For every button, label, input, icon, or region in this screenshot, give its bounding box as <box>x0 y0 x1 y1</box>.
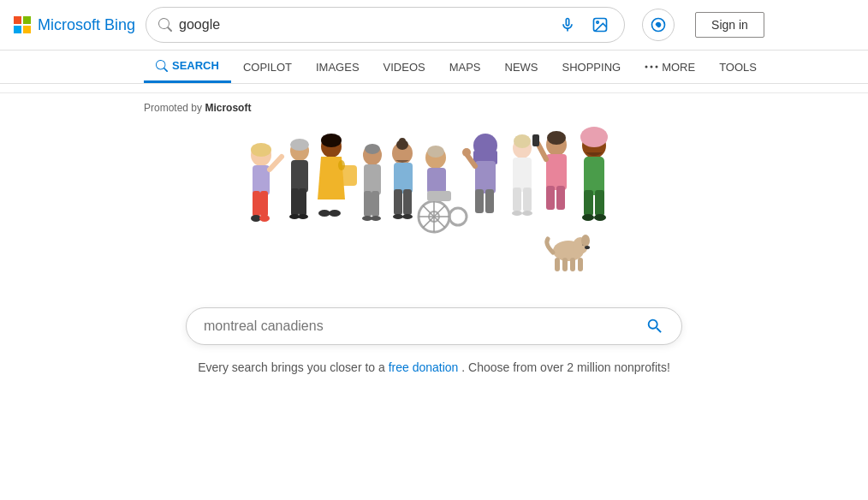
search-nav-icon <box>156 60 168 72</box>
nav-news[interactable]: NEWS <box>493 52 550 82</box>
svg-rect-73 <box>546 186 555 210</box>
main-content: Every search brings you closer to a free… <box>0 114 868 374</box>
svg-rect-76 <box>532 134 539 146</box>
image-search-button[interactable] <box>588 13 612 37</box>
main-search-icon <box>645 317 664 336</box>
svg-point-8 <box>251 143 271 157</box>
svg-line-14 <box>270 157 282 170</box>
svg-rect-79 <box>584 157 604 195</box>
people-illustration-svg <box>211 122 657 294</box>
svg-point-91 <box>581 235 590 247</box>
svg-rect-31 <box>364 191 372 217</box>
svg-rect-59 <box>475 189 484 213</box>
svg-rect-80 <box>584 190 593 216</box>
svg-point-64 <box>514 134 531 148</box>
svg-point-44 <box>427 146 444 158</box>
promoted-banner: Promoted by Microsoft <box>0 93 868 114</box>
svg-rect-74 <box>556 186 565 210</box>
svg-rect-67 <box>523 188 532 211</box>
svg-point-34 <box>371 216 381 221</box>
microsoft-logo <box>14 16 31 33</box>
nav-images[interactable]: IMAGES <box>304 52 372 82</box>
svg-point-42 <box>402 214 413 219</box>
main-search-bar <box>186 307 682 345</box>
copilot-button[interactable] <box>642 9 675 41</box>
svg-rect-11 <box>260 191 268 217</box>
svg-point-4 <box>645 66 648 68</box>
svg-point-21 <box>298 214 308 219</box>
svg-point-5 <box>651 66 653 68</box>
svg-rect-66 <box>513 188 521 211</box>
svg-rect-38 <box>394 163 413 193</box>
svg-rect-45 <box>427 168 446 193</box>
svg-point-62 <box>462 148 471 157</box>
svg-point-23 <box>321 134 342 147</box>
sign-in-button[interactable]: Sign in <box>695 12 764 38</box>
svg-rect-10 <box>253 191 260 217</box>
svg-rect-18 <box>291 188 299 216</box>
svg-rect-65 <box>513 158 532 192</box>
nav-more[interactable]: MORE <box>633 52 707 82</box>
svg-point-68 <box>512 211 522 216</box>
free-donation-link[interactable]: free donation <box>389 360 459 374</box>
svg-rect-30 <box>364 164 381 195</box>
svg-point-41 <box>393 214 403 219</box>
svg-rect-49 <box>427 191 451 201</box>
svg-point-78 <box>580 127 608 147</box>
more-dots-icon <box>645 65 658 68</box>
svg-rect-39 <box>394 189 402 215</box>
svg-rect-60 <box>485 189 494 213</box>
svg-point-69 <box>522 211 532 216</box>
svg-point-6 <box>656 66 658 68</box>
svg-point-13 <box>259 215 270 222</box>
main-search-input[interactable] <box>204 318 637 334</box>
svg-point-16 <box>290 139 309 151</box>
svg-point-25 <box>338 160 345 170</box>
main-search-button[interactable] <box>645 317 664 336</box>
svg-rect-40 <box>403 189 412 215</box>
nav-copilot[interactable]: COPILOT <box>231 52 304 82</box>
svg-rect-87 <box>562 258 568 271</box>
nav-tools[interactable]: TOOLS <box>707 52 769 82</box>
search-input[interactable] <box>179 17 549 33</box>
search-icon <box>158 18 172 32</box>
nav-shopping[interactable]: SHOPPING <box>550 52 633 82</box>
svg-point-83 <box>594 214 606 221</box>
svg-point-3 <box>657 23 659 26</box>
svg-rect-88 <box>570 258 575 271</box>
svg-point-29 <box>365 144 380 154</box>
nav-maps[interactable]: MAPS <box>437 52 493 82</box>
svg-point-92 <box>585 246 590 249</box>
donation-text: Every search brings you closer to a free… <box>198 360 670 374</box>
nav-videos[interactable]: VIDEOS <box>372 52 437 82</box>
svg-point-50 <box>449 208 467 225</box>
header: Microsoft Bing <box>0 0 868 51</box>
svg-point-71 <box>547 131 566 145</box>
svg-point-27 <box>329 210 341 217</box>
svg-rect-19 <box>299 188 306 216</box>
navigation: SEARCH COPILOT IMAGES VIDEOS MAPS NEWS S… <box>0 51 868 84</box>
microphone-button[interactable] <box>556 13 580 37</box>
svg-point-37 <box>399 138 406 145</box>
svg-rect-86 <box>555 258 560 271</box>
svg-rect-89 <box>578 258 583 271</box>
svg-rect-32 <box>372 191 379 217</box>
svg-point-82 <box>582 214 594 221</box>
svg-rect-9 <box>253 165 270 195</box>
bing-logo-text: Microsoft Bing <box>38 16 135 34</box>
svg-rect-72 <box>546 154 567 190</box>
svg-point-26 <box>318 210 330 217</box>
svg-rect-81 <box>595 190 604 216</box>
nav-search[interactable]: SEARCH <box>144 51 231 83</box>
svg-rect-58 <box>475 161 496 193</box>
header-search-bar <box>146 7 625 43</box>
logo-area: Microsoft Bing <box>14 16 135 34</box>
search-icons-group <box>556 13 612 37</box>
svg-point-1 <box>597 21 599 23</box>
hero-illustration <box>211 122 657 294</box>
svg-rect-17 <box>291 160 308 193</box>
